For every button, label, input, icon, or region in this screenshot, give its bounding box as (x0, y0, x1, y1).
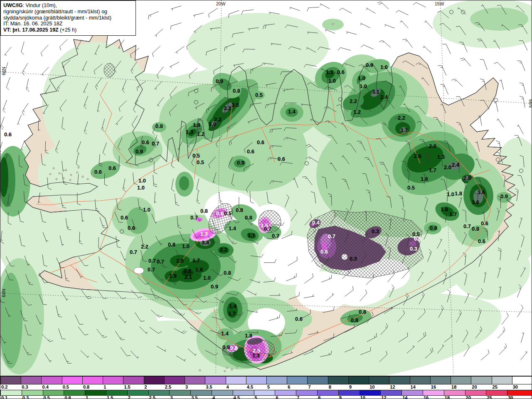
precip-label: 3.6 (478, 189, 485, 195)
legend-swatch-rain (254, 390, 276, 396)
precip-label: 0.8 (430, 225, 437, 231)
legend-label-sleet: 3 (185, 384, 188, 389)
precip-label: 0.6 (4, 131, 12, 138)
precip-label: 1.8 (455, 190, 462, 197)
precip-label: 1.3 (200, 231, 208, 237)
precip-label: 1.0 (182, 243, 190, 249)
precip-label: 0.5 (197, 159, 204, 165)
precip-label: 0.8 (351, 317, 358, 323)
legend-label-rain: 5 (255, 395, 257, 399)
legend-swatch-rain (212, 390, 233, 396)
precip-label: 0.6 (337, 69, 345, 75)
legend-label-sleet: 8 (329, 384, 331, 389)
svg-text:64N: 64N (1, 289, 6, 297)
precip-label: 0.8 (233, 88, 240, 94)
legend-label-sleet: 12 (390, 384, 395, 389)
precip-label: 0.5 (255, 92, 263, 98)
precip-label: 1.8 (193, 122, 200, 128)
precip-label: 1.8 (195, 266, 203, 273)
precip-legend: 0.20.30.40.50.811.522.533.544.5567891012… (0, 376, 532, 399)
precip-label: 0.3 (410, 246, 417, 252)
precip-label: 0.7 (328, 233, 335, 239)
legend-label-rain: 4.5 (234, 395, 240, 399)
precip-label: 1.3 (186, 129, 193, 135)
weather-map: 0.60.80.60.70.90.60.61.01.01.00.60.60.90… (0, 0, 532, 399)
legend-swatch-sleet (21, 376, 42, 384)
precip-label: 1.8 (245, 332, 252, 339)
legend-swatch-rain (486, 390, 507, 396)
legend-swatch-sleet (62, 376, 83, 384)
legend-swatch-sleet (389, 376, 410, 384)
precip-label: 3.7 (400, 127, 408, 133)
legend-label-rain: 18 (445, 395, 450, 399)
legend-label-rain: 25 (487, 395, 492, 399)
legend-swatch-rain (169, 390, 191, 396)
legend-swatch-sleet (307, 376, 328, 384)
precip-label: 0.5 (224, 210, 232, 217)
precip-label: 2.2 (220, 246, 227, 253)
legend-label-sleet: 30 (513, 384, 518, 389)
legend-swatch-rain (22, 390, 43, 396)
legend-swatch-rain (507, 390, 532, 396)
precip-label: 1.4 (221, 330, 229, 337)
precip-label: 1.0 (380, 64, 388, 70)
legend-swatch-sleet (410, 376, 431, 384)
precip-label: 0.6 (247, 148, 254, 155)
legend-swatch-sleet (287, 376, 308, 384)
precip-label: 0.7 (148, 258, 156, 264)
precip-label: 2.6 (414, 153, 421, 159)
precip-label: 1.7 (248, 232, 255, 239)
precip-label: 0.8 (359, 309, 366, 315)
precip-label: 1.7 (192, 257, 200, 264)
legend-swatch-rain (106, 390, 128, 396)
title-line-1: UWC/IG: Vindur (10m), (3, 2, 133, 9)
precip-label: 1.2 (353, 109, 361, 115)
legend-label-sleet: 7 (308, 384, 310, 389)
legend-swatch-sleet (185, 376, 205, 384)
precip-label: 1.0 (138, 177, 146, 184)
legend-label-sleet: 9 (349, 384, 352, 389)
legend-label-sleet: 10 (369, 384, 374, 389)
precip-label: 1.7 (228, 310, 236, 317)
legend-label-sleet: 0.8 (83, 384, 89, 389)
legend-label-sleet: 16 (431, 384, 436, 389)
legend-swatch-rain (275, 390, 296, 396)
svg-text:15W: 15W (435, 1, 444, 6)
precip-label: 0.9 (500, 193, 508, 200)
legend-swatch-sleet (205, 376, 226, 384)
precip-label: 0.8 (168, 241, 175, 248)
precip-label: 0.6 (216, 210, 224, 217)
legend-label-rain: 20 (466, 395, 471, 399)
legend-label-rain: 0.5 (44, 395, 50, 399)
legend-label-rain: 12 (381, 395, 386, 399)
legend-label-sleet: 3.5 (206, 384, 212, 389)
legend-swatch-rain (401, 390, 423, 396)
precip-label: 1.0 (447, 191, 454, 197)
precip-label: 0.6 (295, 316, 303, 322)
precip-label: 1.9 (169, 273, 177, 279)
legend-label-sleet: 0.3 (22, 384, 28, 389)
precip-label: 0.7 (190, 214, 198, 221)
legend-label-rain: 0.8 (64, 395, 71, 399)
weather-map-frame: 0.60.80.60.70.90.60.61.01.01.00.60.60.90… (0, 0, 532, 399)
precip-label: 0.5 (192, 153, 200, 159)
svg-text:66N: 66N (528, 99, 532, 108)
legend-swatch-sleet (82, 376, 103, 384)
legend-label-rain: 10 (360, 395, 365, 399)
legend-label-rain: 3 (170, 395, 172, 399)
legend-label-sleet: 1.5 (124, 384, 130, 389)
precip-label: 0.5 (407, 185, 415, 191)
precip-label: 0.3 (372, 228, 379, 234)
legend-label-sleet: 25 (493, 384, 498, 389)
precip-label: 1.0 (358, 75, 365, 81)
precip-label: 0.6 (94, 169, 102, 175)
precip-label: 2.2 (350, 98, 357, 104)
precip-label: 1.0 (143, 207, 150, 213)
precip-label: 1.3 (437, 154, 445, 160)
precip-label: 0.9 (237, 160, 244, 166)
legend-swatch-sleet (41, 376, 62, 384)
legend-label-rain: 16 (424, 395, 429, 399)
legend-swatch-sleet (226, 376, 246, 384)
legend-label-sleet: 6 (288, 384, 290, 389)
legend-swatch-rain (0, 390, 22, 396)
